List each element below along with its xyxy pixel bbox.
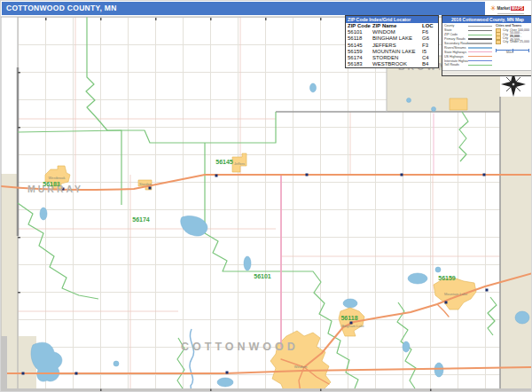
table-row: 56159 MOUNTAIN LAKE I5 [346, 49, 438, 55]
scale-unit-label: Miles [506, 51, 513, 54]
logo-text-market: Market [497, 6, 511, 11]
logo-tagline-rule [497, 13, 524, 14]
lake [217, 378, 233, 387]
zip-label-56145: 56145 [215, 159, 232, 165]
table-row: 56174 STORDEN C4 [346, 55, 438, 61]
col-loc: LOC [422, 23, 438, 29]
city-north-edge [450, 98, 467, 110]
logo-text-maps: MAPS [511, 6, 524, 11]
zip-label-56101: 56101 [254, 273, 270, 279]
zip-label-56118: 56118 [340, 315, 357, 321]
map-legend: 2016 Cottonwood County, MN Map County St… [442, 15, 532, 76]
map-sheet: COTTONWOOD MURRAY BROWN 56183 56174 5614… [0, 0, 532, 392]
table-row: 56145 JEFFERS F3 [346, 43, 438, 49]
lake [515, 311, 529, 324]
legend-footer-strip [442, 70, 532, 75]
lake [408, 273, 427, 284]
city-label-bingham-lake: Bingham Lake [341, 324, 364, 328]
county-name-label: COTTONWOOD [181, 341, 299, 353]
lake [343, 299, 357, 308]
lake [435, 267, 441, 272]
lake [40, 208, 47, 220]
zip-index-columns: ZIP Code ZIP Name LOC [346, 23, 438, 29]
lake [434, 363, 443, 377]
lake [407, 98, 411, 103]
city-label-westbrook: Westbrook [48, 176, 65, 180]
lake [181, 216, 207, 236]
bottom-margin-strip [1, 388, 532, 392]
scale-bar: Miles [496, 47, 531, 54]
city-label-jeffers: Jeffers [234, 161, 245, 166]
table-row: 56183 WESTBROOK B4 [346, 61, 438, 67]
city-label-mountain-lake: Mountain Lake [444, 292, 467, 296]
legend-body: County State ZIP Code Primary Roads Seco… [442, 23, 532, 67]
logo-burst-icon: ✳ [490, 5, 497, 12]
legend-cities-column: Cities and Towns CityOver 100,000 City50… [496, 24, 532, 67]
zip-label-56159: 56159 [438, 275, 455, 281]
city-label-storden: Storden [139, 182, 152, 186]
lake [403, 341, 410, 352]
zip-index-header: ZIP Code Index/Grid Locator [346, 16, 438, 23]
zip-label-56174: 56174 [132, 216, 149, 223]
city-label-windom: Windom [294, 365, 308, 369]
table-row: 56101 WINDOM F6 [346, 29, 438, 35]
legend-title: 2016 Cottonwood County, MN Map [442, 16, 532, 23]
legend-city-row: CityUnder 25,000 [496, 40, 531, 43]
legend-symbols-column: County State ZIP Code Primary Roads Seco… [442, 24, 496, 67]
lake [244, 256, 251, 270]
lake [432, 107, 436, 112]
river [190, 329, 194, 392]
table-row: 56118 BINGHAM LAKE G6 [346, 35, 438, 42]
left-margin-strip [1, 336, 7, 388]
map-title-bar: COTTONWOOD COUNTY, MN [2, 2, 489, 15]
lake [310, 83, 317, 92]
publisher-logo: ✳ Market MAPS [485, 2, 529, 15]
east-county-area [500, 97, 532, 388]
zip-label-56183: 56183 [43, 181, 59, 187]
zip-index-table: ZIP Code Index/Grid Locator ZIP Code ZIP… [345, 15, 439, 68]
col-zip-code: ZIP Code [346, 23, 372, 29]
col-zip-name: ZIP Name [372, 23, 422, 29]
legend-item: Toll Roads [444, 63, 494, 67]
lake [113, 361, 119, 366]
